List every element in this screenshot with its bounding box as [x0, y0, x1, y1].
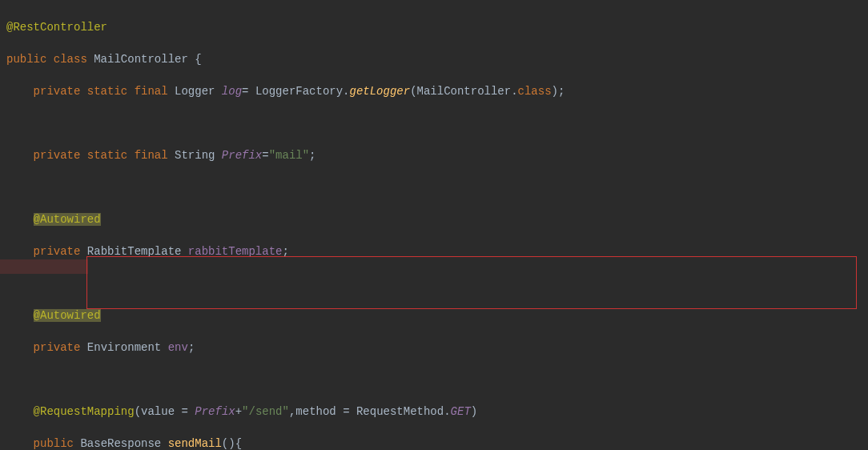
code-line[interactable]: @RequestMapping(value = Prefix+"/send",m…	[6, 404, 868, 420]
op: +	[235, 405, 242, 418]
code-line[interactable]	[6, 115, 868, 131]
type: Logger	[175, 85, 222, 98]
code-line[interactable]: private static final String Prefix="mail…	[6, 147, 868, 163]
op: =	[242, 85, 255, 98]
code-line[interactable]	[6, 372, 868, 388]
code-line[interactable]: @Autowired	[6, 307, 868, 323]
method: getLogger	[350, 85, 411, 98]
field: log	[222, 85, 242, 98]
op: =	[262, 149, 268, 162]
punct: (MailController.	[410, 85, 517, 98]
field: env	[168, 341, 188, 354]
keyword: private	[34, 341, 87, 354]
type: Environment	[87, 341, 168, 354]
class-name: MailController	[94, 53, 195, 66]
keyword: private	[34, 245, 87, 258]
type: BaseResponse	[80, 437, 167, 450]
punct: ;	[188, 341, 195, 354]
code-line[interactable]: private Environment env;	[6, 340, 868, 356]
code-line[interactable]: private RabbitTemplate rabbitTemplate;	[6, 243, 868, 259]
punct: )	[471, 405, 477, 418]
annotation: @Autowired	[34, 309, 101, 322]
keyword: class	[518, 85, 552, 98]
code-line[interactable]: @RestController	[6, 19, 868, 35]
string: "/send"	[242, 405, 289, 418]
keyword: private static final	[34, 149, 175, 162]
keyword: private static final	[34, 85, 175, 98]
punct: {	[195, 53, 201, 66]
annotation: @RequestMapping	[34, 405, 135, 418]
annotation: @Autowired	[34, 213, 101, 226]
code-line[interactable]: private static final Logger log= LoggerF…	[6, 83, 868, 99]
field: Prefix	[222, 149, 262, 162]
param: method	[295, 405, 343, 418]
punct: (){	[222, 437, 242, 450]
code-line[interactable]	[6, 179, 868, 195]
keyword: public	[34, 437, 81, 450]
punct: ;	[282, 245, 288, 258]
field: rabbitTemplate	[188, 245, 283, 258]
op: =	[343, 405, 356, 418]
code-line[interactable]: @Autowired	[6, 211, 868, 227]
code-line[interactable]: public class MailController {	[6, 51, 868, 67]
const: GET	[451, 405, 471, 418]
class-ref: RequestMethod	[356, 405, 444, 418]
method: sendMail	[168, 437, 222, 450]
field: Prefix	[195, 405, 235, 418]
type: RabbitTemplate	[87, 245, 188, 258]
type: String	[175, 149, 222, 162]
annotation: @RestController	[6, 21, 107, 34]
punct: .	[343, 85, 349, 98]
punct: .	[444, 405, 450, 418]
param: value	[141, 405, 181, 418]
punct: );	[552, 85, 565, 98]
keyword: public class	[6, 53, 94, 66]
class-ref: LoggerFactory	[255, 85, 343, 98]
punct: (	[135, 405, 141, 418]
string: "mail"	[269, 149, 309, 162]
code-line[interactable]: public BaseResponse sendMail(){	[6, 436, 868, 450]
code-editor[interactable]: @RestController public class MailControl…	[0, 0, 868, 450]
code-line[interactable]	[6, 275, 868, 291]
punct: ;	[309, 149, 315, 162]
op: =	[181, 405, 195, 418]
